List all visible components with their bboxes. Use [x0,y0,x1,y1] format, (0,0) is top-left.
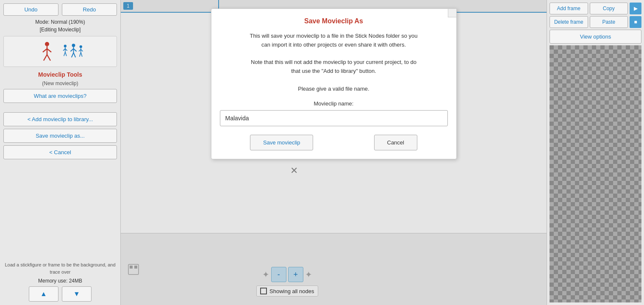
svg-line-4 [44,55,47,61]
movieclip-tools-title: Movieclip Tools [3,71,117,78]
delete-frame-button[interactable]: Delete frame [550,16,588,28]
scroll-arrow-row: ▲ ▼ [3,286,117,302]
right-sidebar: Add frame Copy ▶ Delete frame Paste ■ Vi… [547,0,644,305]
scroll-up-button[interactable]: ▲ [29,286,58,302]
svg-line-17 [74,53,76,57]
main-area: 1 ✕ ✦ - + ✦ Showing al [121,0,547,305]
svg-point-12 [72,44,75,47]
svg-line-15 [74,48,77,51]
svg-line-23 [81,52,82,56]
background-hint-text: Load a stickfigure or frame to be the ba… [3,261,117,275]
mode-display: Mode: Normal (190%) [Editing Movieclip] [3,18,117,33]
scroll-down-button[interactable]: ▼ [62,286,92,302]
left-sidebar: Undo Redo Mode: Normal (190%) [Editing M… [0,0,121,305]
mode-text-line2: [Editing Movieclip] [3,26,117,33]
view-options-button[interactable]: View options [550,30,641,44]
svg-line-22 [80,52,81,56]
modal-buttons: Save movieclip Cancel [220,135,448,150]
modal-desc-line1: This will save your movieclip to a file … [220,32,448,41]
modal-overlay: Save Movieclip As This will save your mo… [121,0,547,305]
save-movieclip-button[interactable]: Save movieclip [250,135,313,150]
movieclip-subtitle: (New movieclip) [3,80,117,86]
redo-button[interactable]: Redo [62,3,117,16]
play-icon: ▶ [634,6,638,11]
svg-line-11 [65,52,67,55]
svg-line-10 [64,52,65,55]
modal-note-line2: that use the "Add to library" button. [220,67,448,76]
undo-button[interactable]: Undo [3,3,58,16]
multi-stick-figure-svg [62,41,85,62]
stop-button[interactable]: ■ [630,16,641,28]
svg-line-3 [47,49,51,52]
svg-point-18 [80,45,82,48]
modal-description: This will save your movieclip to a file … [220,32,448,94]
svg-line-14 [70,48,73,51]
figure-icons-panel [3,36,117,67]
stop-icon: ■ [634,19,637,25]
modal-note-line1: Note that this will not add the moviecli… [220,58,448,67]
svg-line-5 [47,55,50,61]
save-movieclip-modal: Save Movieclip As This will save your mo… [211,8,457,159]
add-movieclip-to-library-button[interactable]: < Add movieclip to library... [3,112,117,126]
svg-line-16 [72,53,74,57]
multi-figure-icon[interactable] [62,40,85,63]
modal-cancel-button[interactable]: Cancel [374,135,417,150]
mode-text-line1: Mode: Normal (190%) [3,18,117,26]
add-frame-button[interactable]: Add frame [550,3,588,14]
checker-area [550,45,641,302]
delete-paste-row: Delete frame Paste ■ [550,16,641,28]
paste-button[interactable]: Paste [590,16,628,28]
modal-title: Save Movieclip As [220,17,448,25]
what-are-movieclips-button[interactable]: What are movieclips? [3,89,117,103]
modal-corner-fold [448,9,456,17]
svg-line-2 [43,49,47,52]
undo-redo-row: Undo Redo [3,3,117,16]
play-button[interactable]: ▶ [630,3,641,14]
save-movieclip-as-button[interactable]: Save movieclip as... [3,129,117,143]
modal-desc-line2: can import it into other projects or eve… [220,41,448,50]
svg-point-6 [64,44,67,47]
svg-point-0 [45,42,49,46]
add-frame-copy-row: Add frame Copy ▶ [550,3,641,14]
modal-valid-name-text: Please give a valid file name. [220,85,448,94]
copy-button[interactable]: Copy [590,3,628,14]
movieclip-name-input[interactable] [220,110,448,126]
single-stick-figure-svg [39,41,56,62]
single-figure-icon[interactable] [35,40,58,63]
cancel-movieclip-button[interactable]: < Cancel [3,145,117,159]
movieclip-name-label: Movieclip name: [220,100,448,107]
memory-usage-text: Memory use: 24MB [3,278,117,284]
